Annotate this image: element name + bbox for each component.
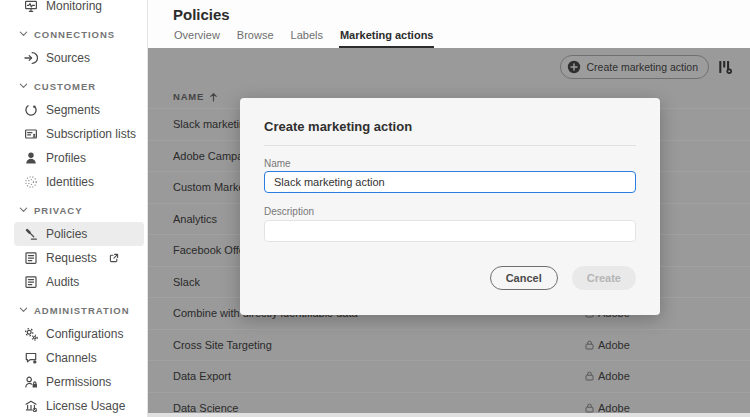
dialog-title: Create marketing action: [264, 119, 412, 134]
sidebar-item-label: Channels: [46, 351, 97, 365]
sidebar-item-label: Monitoring: [46, 0, 102, 13]
sidebar-section-label: ADMINISTRATION: [34, 305, 130, 316]
chevron-down-icon: [19, 30, 28, 38]
profiles-icon: [24, 151, 38, 165]
configurations-icon: [24, 327, 38, 341]
monitoring-icon: [24, 0, 38, 13]
sidebar-item-channels[interactable]: Channels: [14, 346, 144, 370]
sidebar-section-label: CONNECTIONS: [34, 29, 115, 40]
name-field-label: Name: [264, 158, 291, 169]
sidebar-item-label: Subscription lists: [46, 127, 136, 141]
page-title: Policies: [173, 6, 230, 23]
sidebar-item-identities[interactable]: Identities: [14, 170, 144, 194]
horizontal-scrollbar[interactable]: [148, 413, 750, 417]
license-usage-icon: [24, 399, 38, 413]
external-link-icon: [109, 253, 119, 263]
chevron-down-icon: [19, 206, 28, 214]
sources-icon: [24, 51, 38, 65]
description-input[interactable]: [264, 220, 636, 242]
chevron-down-icon: [19, 82, 28, 90]
name-input[interactable]: [264, 171, 636, 193]
subscription-lists-icon: [24, 127, 38, 141]
cancel-button[interactable]: Cancel: [490, 266, 558, 290]
tab-bar: Overview Browse Labels Marketing actions: [173, 29, 434, 48]
chevron-down-icon: [19, 306, 28, 314]
sidebar-item-requests[interactable]: Requests: [14, 246, 144, 270]
sidebar-item-configurations[interactable]: Configurations: [14, 322, 144, 346]
sidebar-section-customer[interactable]: CUSTOMER: [0, 74, 147, 98]
sidebar-item-label: Audits: [46, 275, 79, 289]
create-button[interactable]: Create: [572, 266, 636, 290]
create-marketing-action-dialog: Create marketing action Name Description…: [240, 98, 660, 315]
policies-icon: [24, 227, 38, 241]
tab-labels[interactable]: Labels: [290, 29, 324, 48]
segments-icon: [24, 103, 38, 117]
tab-overview[interactable]: Overview: [173, 29, 221, 48]
sidebar-item-label: Segments: [46, 103, 100, 117]
permissions-icon: [24, 375, 38, 389]
sidebar-item-segments[interactable]: Segments: [14, 98, 144, 122]
sidebar-item-label: Profiles: [46, 151, 86, 165]
sidebar-section-administration[interactable]: ADMINISTRATION: [0, 298, 147, 322]
sidebar-item-label: Policies: [46, 227, 87, 241]
sidebar-section-privacy[interactable]: PRIVACY: [0, 198, 147, 222]
description-field-label: Description: [264, 206, 314, 217]
sidebar-item-label: Permissions: [46, 375, 111, 389]
dialog-actions: Cancel Create: [490, 266, 636, 290]
sidebar-item-label: Configurations: [46, 327, 123, 341]
sidebar-section-connections[interactable]: CONNECTIONS: [0, 22, 147, 46]
sidebar-section-label: PRIVACY: [34, 205, 83, 216]
sidebar-item-sources[interactable]: Sources: [14, 46, 144, 70]
sidebar-item-subscription-lists[interactable]: Subscription lists: [14, 122, 144, 146]
sidebar-item-permissions[interactable]: Permissions: [14, 370, 144, 394]
identities-icon: [24, 175, 38, 189]
tab-browse[interactable]: Browse: [236, 29, 275, 48]
tab-marketing-actions[interactable]: Marketing actions: [339, 29, 435, 48]
sidebar-item-label: Requests: [46, 251, 97, 265]
sidebar: Monitoring CONNECTIONS Sources CUSTOMER …: [0, 0, 148, 417]
sidebar-item-label: Identities: [46, 175, 94, 189]
sidebar-item-label: Sources: [46, 51, 90, 65]
requests-icon: [24, 251, 38, 265]
sidebar-item-audits[interactable]: Audits: [14, 270, 144, 294]
sidebar-item-policies[interactable]: Policies: [14, 222, 144, 246]
sidebar-item-license-usage[interactable]: License Usage: [14, 394, 144, 417]
dialog-divider: [264, 145, 636, 146]
sidebar-item-profiles[interactable]: Profiles: [14, 146, 144, 170]
sidebar-section-label: CUSTOMER: [34, 81, 96, 92]
sidebar-item-label: License Usage: [46, 399, 125, 413]
audits-icon: [24, 275, 38, 289]
sidebar-item-monitoring[interactable]: Monitoring: [14, 0, 144, 18]
main-header: Policies Overview Browse Labels Marketin…: [148, 0, 750, 48]
channels-icon: [24, 351, 38, 365]
